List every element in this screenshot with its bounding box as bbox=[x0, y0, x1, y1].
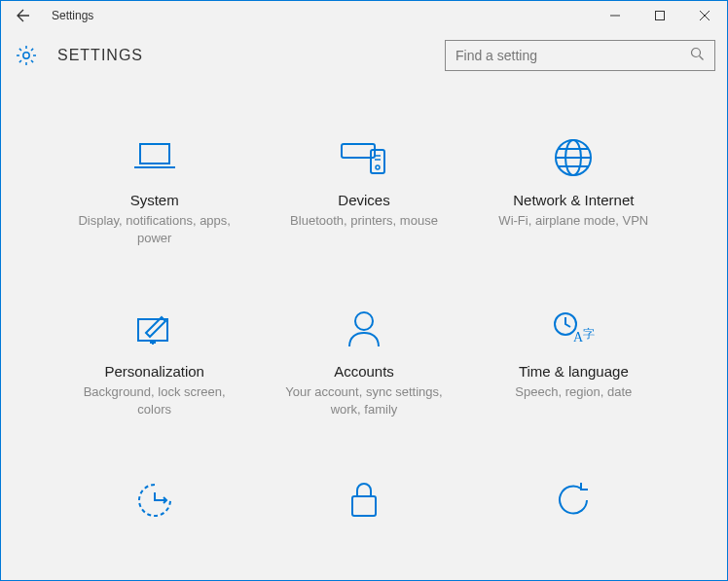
tile-ease-of-access[interactable] bbox=[67, 476, 242, 534]
privacy-icon bbox=[276, 476, 452, 525]
close-icon bbox=[700, 11, 710, 20]
settings-grid: System Display, notifications, apps, pow… bbox=[1, 133, 727, 534]
tile-title: Accounts bbox=[276, 363, 452, 380]
update-icon bbox=[486, 476, 661, 525]
tile-network[interactable]: Network & Internet Wi-Fi, airplane mode,… bbox=[486, 133, 661, 246]
tile-desc: Bluetooth, printers, mouse bbox=[276, 212, 452, 230]
minimize-icon bbox=[610, 11, 620, 20]
svg-rect-0 bbox=[656, 12, 665, 20]
back-button[interactable] bbox=[1, 1, 46, 30]
svg-point-2 bbox=[692, 48, 701, 56]
svg-point-6 bbox=[376, 165, 380, 169]
devices-icon bbox=[276, 133, 452, 182]
tile-update[interactable] bbox=[486, 476, 661, 534]
search-box[interactable] bbox=[445, 40, 715, 71]
tile-desc: Your account, sync settings, work, famil… bbox=[276, 383, 452, 418]
tile-devices[interactable]: Devices Bluetooth, printers, mouse bbox=[276, 133, 452, 246]
tile-time-language[interactable]: A 字 Time & language Speech, region, date bbox=[486, 305, 661, 418]
page-title: SETTINGS bbox=[57, 47, 143, 64]
personalization-icon bbox=[67, 305, 242, 353]
maximize-button[interactable] bbox=[637, 1, 682, 30]
svg-rect-14 bbox=[352, 496, 376, 516]
svg-text:字: 字 bbox=[583, 327, 595, 341]
tile-title: Devices bbox=[276, 192, 452, 208]
tile-personalization[interactable]: Personalization Background, lock screen,… bbox=[67, 305, 242, 418]
tile-title: Network & Internet bbox=[486, 192, 661, 208]
close-button[interactable] bbox=[682, 1, 727, 30]
globe-icon bbox=[486, 133, 661, 182]
settings-gear-icon bbox=[13, 42, 40, 69]
tile-desc: Background, lock screen, colors bbox=[67, 383, 242, 418]
tile-title: Personalization bbox=[67, 363, 242, 380]
search-input[interactable] bbox=[455, 48, 690, 63]
window-title: Settings bbox=[46, 9, 93, 22]
minimize-button[interactable] bbox=[593, 1, 637, 30]
maximize-icon bbox=[655, 11, 665, 20]
accounts-icon bbox=[276, 305, 452, 353]
svg-rect-3 bbox=[140, 144, 169, 163]
search-icon bbox=[690, 47, 705, 65]
tile-title: System bbox=[67, 192, 242, 208]
svg-point-1 bbox=[23, 53, 29, 58]
titlebar: Settings bbox=[1, 1, 727, 30]
tile-privacy[interactable] bbox=[276, 476, 452, 534]
laptop-icon bbox=[67, 133, 242, 182]
time-language-icon: A 字 bbox=[486, 305, 661, 353]
tile-desc: Display, notifications, apps, power bbox=[67, 212, 242, 246]
tile-system[interactable]: System Display, notifications, apps, pow… bbox=[67, 133, 242, 246]
ease-of-access-icon bbox=[67, 476, 242, 525]
header: SETTINGS bbox=[1, 30, 727, 75]
svg-point-10 bbox=[355, 312, 373, 330]
tile-title: Time & language bbox=[486, 363, 661, 380]
svg-rect-4 bbox=[342, 144, 375, 158]
tile-accounts[interactable]: Accounts Your account, sync settings, wo… bbox=[276, 305, 452, 418]
back-arrow-icon bbox=[16, 8, 31, 23]
tile-desc: Speech, region, date bbox=[486, 383, 661, 401]
tile-desc: Wi-Fi, airplane mode, VPN bbox=[486, 212, 661, 230]
